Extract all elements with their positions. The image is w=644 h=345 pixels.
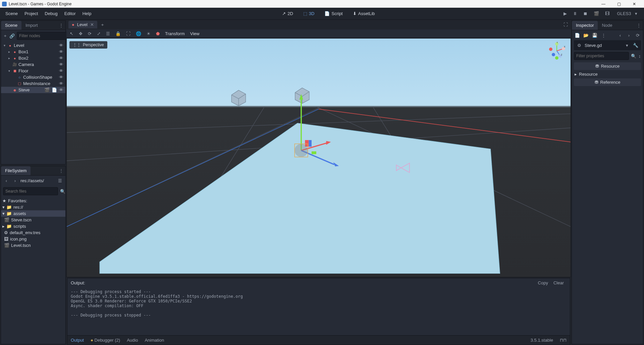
- fs-steve[interactable]: Steve.tscn: [11, 217, 32, 222]
- tab-animation[interactable]: Animation: [145, 338, 164, 343]
- search-icon[interactable]: 🔍: [60, 188, 65, 195]
- fs-env[interactable]: default_env.tres: [10, 230, 41, 235]
- inspected-object[interactable]: Steve.gd: [585, 43, 622, 48]
- split-mode-icon[interactable]: ☰: [57, 177, 63, 184]
- pin-icon[interactable]: 🔧: [632, 42, 639, 49]
- menu-project[interactable]: Project: [21, 9, 41, 18]
- orientation-gizmo[interactable]: Y X Z: [548, 42, 566, 60]
- mode-script[interactable]: 📄Script: [322, 10, 344, 17]
- fs-iconpng[interactable]: icon.png: [10, 236, 26, 242]
- play-custom-button[interactable]: 🎞: [605, 11, 609, 16]
- node-level[interactable]: Level: [14, 43, 58, 48]
- env-preview-icon[interactable]: 🌐: [136, 31, 141, 36]
- tab-inspector[interactable]: Inspector: [572, 21, 598, 30]
- add-scene-tab-icon[interactable]: ＋: [99, 21, 106, 28]
- mode-2d[interactable]: ↗2D: [280, 10, 295, 17]
- node-box2[interactable]: Box2: [18, 56, 58, 61]
- build-info-icon[interactable]: ⊓⊓: [560, 338, 567, 343]
- dock-options-icon[interactable]: ⋮: [57, 168, 65, 173]
- group-icon[interactable]: ⛶: [126, 31, 130, 36]
- distraction-free-icon[interactable]: ⛶: [562, 21, 569, 28]
- play-button[interactable]: ▶: [564, 11, 567, 16]
- copy-button[interactable]: Copy: [535, 280, 551, 286]
- 3d-viewport[interactable]: ⋮⋮Perspective Y X Z: [66, 38, 571, 277]
- maximize-button[interactable]: ▢: [611, 2, 627, 6]
- more-icon[interactable]: ⋮: [600, 32, 607, 39]
- minimize-button[interactable]: —: [596, 2, 611, 6]
- sun-icon[interactable]: ☀: [147, 31, 151, 36]
- tab-audio[interactable]: Audio: [127, 338, 138, 343]
- fs-root[interactable]: res://: [13, 205, 23, 210]
- mode-3d[interactable]: ⬚3D: [301, 10, 317, 17]
- history-icon[interactable]: ⟳: [634, 32, 641, 39]
- reference-header[interactable]: ⛃Reference: [574, 78, 641, 86]
- tab-node[interactable]: Node: [598, 21, 616, 30]
- scene-tab-level[interactable]: ● Level ✕: [68, 21, 97, 28]
- filter-properties-input[interactable]: [574, 52, 629, 60]
- sort-icon[interactable]: ↕: [638, 53, 641, 59]
- nav-fwd-icon[interactable]: ›: [12, 177, 18, 184]
- select-tool-icon[interactable]: ↖: [70, 31, 73, 36]
- renderer-dropdown[interactable]: GLES3 ▾: [615, 11, 639, 16]
- tab-import[interactable]: Import: [21, 21, 42, 30]
- resource-section[interactable]: ▸Resource: [572, 71, 643, 78]
- fs-assets[interactable]: assets: [13, 211, 26, 216]
- perspective-badge[interactable]: ⋮⋮Perspective: [69, 41, 107, 49]
- node-meshinstance[interactable]: MeshInstance: [23, 81, 58, 86]
- script-attach-icon[interactable]: 📄: [52, 87, 57, 92]
- close-button[interactable]: ✕: [627, 2, 642, 6]
- chevron-down-icon[interactable]: ▾: [624, 42, 630, 49]
- menu-help[interactable]: Help: [79, 9, 95, 18]
- node-collisionshape[interactable]: CollisionShape: [23, 75, 58, 80]
- dock-options-icon[interactable]: ⋮: [635, 23, 643, 28]
- menu-debug[interactable]: Debug: [41, 9, 61, 18]
- fs-scripts[interactable]: scripts: [13, 224, 26, 229]
- history-back-icon[interactable]: ‹: [617, 32, 624, 39]
- node-steve[interactable]: Steve: [18, 87, 43, 92]
- resource-header[interactable]: ⛃Resource: [574, 62, 641, 70]
- menu-scene[interactable]: Scene: [2, 9, 21, 18]
- node-camera[interactable]: Camera: [18, 62, 58, 67]
- rotate-tool-icon[interactable]: ⟳: [88, 31, 92, 36]
- view-menu[interactable]: View: [190, 31, 200, 36]
- tab-debugger[interactable]: ● Debugger (2): [91, 338, 120, 343]
- link-icon[interactable]: 🔗: [9, 32, 15, 39]
- history-fwd-icon[interactable]: ›: [626, 32, 632, 39]
- path-display: res://assets/: [20, 178, 55, 183]
- tab-output[interactable]: Output: [71, 338, 84, 343]
- dock-options-icon[interactable]: ⋮: [57, 23, 65, 28]
- svg-text:X: X: [564, 46, 566, 48]
- lock-icon[interactable]: 🔒: [115, 31, 121, 36]
- visibility-icon[interactable]: 👁: [59, 43, 63, 48]
- snap-icon[interactable]: ⬟: [156, 31, 160, 36]
- search-icon[interactable]: 🔍: [631, 53, 636, 59]
- filter-nodes-input[interactable]: [17, 32, 72, 40]
- script-icon: 📄: [324, 11, 330, 16]
- clear-button[interactable]: Clear: [551, 280, 567, 286]
- node-floor[interactable]: Floor: [18, 68, 58, 73]
- new-resource-icon[interactable]: 📄: [574, 32, 581, 39]
- nav-back-icon[interactable]: ‹: [3, 177, 10, 184]
- mode-assetlib[interactable]: ⬇AssetLib: [351, 10, 377, 17]
- node-box1[interactable]: Box1: [18, 49, 58, 54]
- move-tool-icon[interactable]: ✥: [79, 31, 83, 36]
- scale-tool-icon[interactable]: ⤢: [97, 31, 101, 36]
- play-scene-button[interactable]: 🎬: [594, 11, 599, 16]
- tab-scene[interactable]: Scene: [1, 21, 21, 30]
- fs-level[interactable]: Level.tscn: [11, 243, 31, 248]
- close-tab-icon[interactable]: ✕: [90, 22, 94, 27]
- transform-menu[interactable]: Transform: [165, 31, 185, 36]
- window-titlebar: Level.tscn - Games - Godot Engine — ▢ ✕: [0, 0, 644, 8]
- add-node-icon[interactable]: ＋: [3, 32, 7, 39]
- menu-editor[interactable]: Editor: [61, 9, 79, 18]
- search-files-input[interactable]: [3, 187, 58, 195]
- save-resource-icon[interactable]: 💾: [591, 32, 598, 39]
- viewport-toolbar: ↖ ✥ ⟳ ⤢ ☰ 🔒 ⛶ 🌐 ☀ ⬟ Transform View: [66, 29, 571, 38]
- scene-open-icon[interactable]: 🎬: [44, 87, 50, 92]
- tab-filesystem[interactable]: FileSystem: [1, 166, 31, 175]
- list-select-icon[interactable]: ☰: [106, 31, 110, 36]
- stop-button[interactable]: ⏹: [583, 11, 588, 16]
- pause-button[interactable]: ⏸: [573, 11, 577, 16]
- scene-tree[interactable]: ▾●Level👁 ▸●Box1👁 ▸●Box2👁 🎥Camera👁 ▾◼Floo…: [1, 42, 65, 164]
- load-resource-icon[interactable]: 📂: [583, 32, 589, 39]
